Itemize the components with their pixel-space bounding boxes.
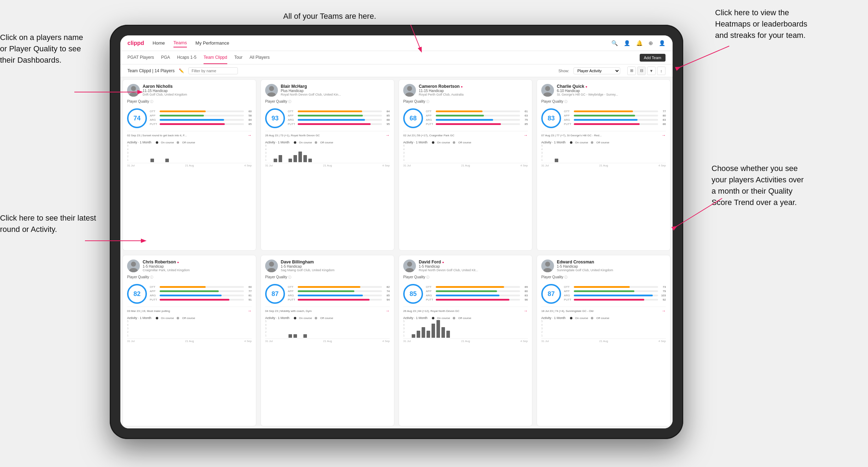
- circle-score[interactable]: 87: [541, 284, 561, 304]
- filter-icon[interactable]: ▼: [647, 67, 656, 75]
- sub-nav-tour[interactable]: Tour: [234, 51, 242, 64]
- circle-score[interactable]: 74: [127, 108, 147, 128]
- circle-score[interactable]: 82: [127, 284, 147, 304]
- view-grid4-icon[interactable]: ⊟: [637, 67, 646, 75]
- latest-round[interactable]: 26 Aug 23 | 84 (+12), Royal North Devon …: [403, 307, 528, 313]
- stat-label: OTT: [564, 285, 572, 289]
- stat-row: ARG83: [564, 118, 666, 121]
- user-avatar[interactable]: 👤: [659, 40, 666, 46]
- search-icon[interactable]: 🔍: [611, 40, 618, 46]
- stat-label: OTT: [564, 110, 572, 113]
- player-info: Cameron Robertson ●11-15 HandicapRoyal P…: [419, 84, 528, 96]
- stat-bar: [436, 295, 499, 296]
- y-axis: 54321: [403, 320, 405, 338]
- circle-score[interactable]: 85: [403, 284, 423, 304]
- circle-score[interactable]: 87: [265, 284, 285, 304]
- stat-label: APP: [426, 290, 434, 293]
- latest-round-arrow[interactable]: →: [662, 133, 666, 138]
- bar-container: [545, 320, 666, 338]
- profile-icon[interactable]: 👤: [624, 40, 630, 46]
- latest-round[interactable]: 18 Jul 23 | 74 (+4), Sunningdale GC - Ol…: [541, 307, 666, 313]
- player-name[interactable]: Charlie Quick ●: [557, 84, 666, 89]
- activity-title-label: Activity · 1 Month: [403, 141, 428, 144]
- activity-chart: 54321: [265, 146, 390, 163]
- show-select[interactable]: Player Activity Quality Score Trend: [573, 67, 620, 74]
- stat-label: PUTT: [150, 298, 158, 301]
- activity-section: Activity · 1 Month On course Off course …: [541, 316, 666, 343]
- sub-nav-hcaps[interactable]: Hcaps 1-5: [177, 51, 196, 64]
- stat-bar: [160, 110, 206, 112]
- stat-value: 85: [245, 123, 252, 126]
- latest-round[interactable]: 04 Sep 23 | Mobility with coach, Gym→: [265, 307, 390, 313]
- latest-round-arrow[interactable]: →: [386, 133, 390, 138]
- sub-nav-team-clippd[interactable]: Team Clippd: [204, 51, 227, 64]
- player-card[interactable]: Edward Crossman1-5 HandicapSunningdale G…: [537, 255, 670, 426]
- quality-section: 82OTT60APP77ARG81PUTT91: [127, 284, 252, 304]
- latest-round-arrow[interactable]: →: [524, 308, 528, 313]
- nav-performance[interactable]: My Performance: [195, 39, 229, 47]
- quality-label: Player Quality ⓘ: [541, 99, 666, 104]
- player-name[interactable]: Chris Robertson ●: [143, 260, 252, 264]
- nav-teams[interactable]: Teams: [173, 39, 187, 47]
- latest-round-arrow[interactable]: →: [386, 308, 390, 313]
- team-edit-icon[interactable]: ✏️: [179, 68, 184, 73]
- stat-bar: [298, 290, 354, 292]
- latest-round[interactable]: 26 Aug 23 | 73 (+1), Royal North Devon G…: [265, 131, 390, 138]
- stat-row: PUTT85: [426, 123, 528, 126]
- stat-bar: [574, 119, 638, 121]
- player-card[interactable]: Dave Billingham1-5 HandicapSag Maing Gol…: [261, 255, 394, 426]
- player-name[interactable]: Aaron Nicholls: [143, 84, 252, 89]
- latest-round-arrow[interactable]: →: [662, 308, 666, 313]
- player-name[interactable]: Blair McHarg: [281, 84, 390, 89]
- sort-icon[interactable]: ↕: [657, 67, 666, 75]
- player-handicap: 1-5 Handicap: [419, 264, 528, 268]
- circle-score[interactable]: 93: [265, 108, 285, 128]
- add-team-button[interactable]: Add Team: [640, 54, 666, 62]
- latest-round-arrow[interactable]: →: [247, 308, 252, 313]
- sub-nav-all-players[interactable]: All Players: [250, 51, 270, 64]
- stat-row: ARG103: [564, 294, 666, 297]
- stat-row: APP85: [288, 114, 390, 117]
- latest-round[interactable]: 07 Aug 23 | 77 (+7), St George's Hill GC…: [541, 131, 666, 138]
- bar-container: [269, 144, 390, 162]
- player-info: David Ford ●1-5 HandicapRoyal North Devo…: [419, 260, 528, 272]
- notification-icon[interactable]: 🔔: [636, 40, 643, 46]
- player-name[interactable]: Dave Billingham: [281, 260, 390, 264]
- filter-input[interactable]: [188, 67, 238, 74]
- stat-value: 81: [245, 294, 252, 297]
- player-card-header: Dave Billingham1-5 HandicapSag Maing Gol…: [265, 260, 390, 272]
- player-card[interactable]: Blair McHargPlus HandicapRoyal North Dev…: [261, 79, 394, 251]
- player-name[interactable]: David Ford ●: [419, 260, 528, 264]
- stat-value: 83: [521, 294, 528, 297]
- bar-container: [131, 320, 252, 338]
- stat-value: 58: [245, 114, 252, 117]
- player-card[interactable]: Aaron Nicholls11-15 HandicapDrift Golf C…: [122, 79, 256, 251]
- circle-score[interactable]: 68: [403, 108, 423, 128]
- player-card[interactable]: Charlie Quick ●6-10 HandicapSt. George's…: [537, 79, 670, 251]
- sub-nav-pgat[interactable]: PGAT Players: [127, 51, 154, 64]
- sub-nav-pga[interactable]: PGA: [161, 51, 170, 64]
- latest-round-arrow[interactable]: →: [247, 133, 252, 138]
- settings-icon[interactable]: ⊕: [649, 40, 653, 46]
- off-course-label: Off course: [182, 317, 195, 320]
- latest-round[interactable]: 02 Jul 23 | 59 (+17), Craigmillar Park G…: [403, 131, 528, 138]
- view-grid2-icon[interactable]: ⊞: [627, 67, 636, 75]
- verified-icon: ●: [461, 85, 463, 89]
- chart-bar: [427, 331, 430, 338]
- latest-round[interactable]: 03 Mar 23 | 19, Must make putting→: [127, 307, 252, 313]
- player-name[interactable]: Cameron Robertson ●: [419, 84, 528, 89]
- latest-round-arrow[interactable]: →: [524, 133, 528, 138]
- circle-score[interactable]: 83: [541, 108, 561, 128]
- stat-bar-bg: [298, 286, 382, 288]
- player-card[interactable]: Chris Robertson ●1-5 HandicapCraigmillar…: [122, 255, 256, 426]
- nav-home[interactable]: Home: [153, 39, 165, 47]
- player-name[interactable]: Edward Crossman: [557, 260, 666, 264]
- stat-row: PUTT95: [288, 123, 390, 126]
- player-card[interactable]: David Ford ●1-5 HandicapRoyal North Devo…: [399, 255, 532, 426]
- latest-round[interactable]: 02 Sep 23 | Sunset round to get back int…: [127, 131, 252, 138]
- stat-label: ARG: [426, 294, 434, 297]
- ipad-screen: clippd Home Teams My Performance 🔍 👤 🔔 ⊕…: [120, 35, 673, 428]
- player-card[interactable]: Cameron Robertson ●11-15 HandicapRoyal P…: [399, 79, 532, 251]
- player-club: Royal North Devon Golf Club, United Kin.…: [281, 93, 390, 96]
- svg-point-14: [545, 262, 550, 267]
